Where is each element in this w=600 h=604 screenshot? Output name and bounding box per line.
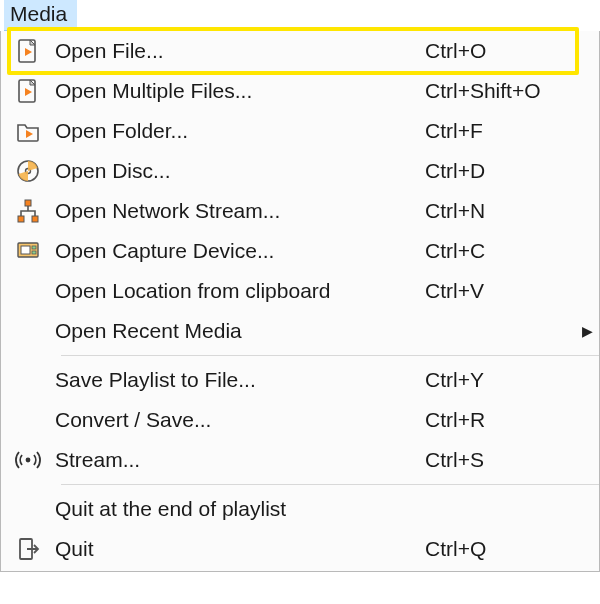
svg-point-11 bbox=[26, 458, 31, 463]
menu-item-open-disc[interactable]: Open Disc...Ctrl+D bbox=[1, 151, 599, 191]
menu-title[interactable]: Media bbox=[4, 0, 77, 31]
menu-item-shortcut: Ctrl+Shift+O bbox=[425, 79, 575, 103]
menu-item-open-multiple-files[interactable]: Open Multiple Files...Ctrl+Shift+O bbox=[1, 71, 599, 111]
svg-rect-6 bbox=[32, 216, 38, 222]
menu-item-shortcut: Ctrl+Y bbox=[425, 368, 575, 392]
menu-item-open-network-stream[interactable]: Open Network Stream...Ctrl+N bbox=[1, 191, 599, 231]
menu-item-label: Open Network Stream... bbox=[55, 199, 425, 223]
menu-item-save-playlist-to-file[interactable]: Save Playlist to File...Ctrl+Y bbox=[1, 360, 599, 400]
menu-item-label: Open Recent Media bbox=[55, 319, 425, 343]
menu-item-shortcut: Ctrl+R bbox=[425, 408, 575, 432]
menu-item-label: Quit at the end of playlist bbox=[55, 497, 425, 521]
menu-item-label: Open Folder... bbox=[55, 119, 425, 143]
svg-rect-4 bbox=[25, 200, 31, 206]
menu-separator bbox=[61, 484, 599, 485]
menu-separator bbox=[61, 355, 599, 356]
stream-icon bbox=[1, 447, 55, 473]
menu-item-convert-save[interactable]: Convert / Save...Ctrl+R bbox=[1, 400, 599, 440]
capture-icon bbox=[1, 238, 55, 264]
svg-rect-8 bbox=[21, 246, 30, 254]
menu-item-label: Open Multiple Files... bbox=[55, 79, 425, 103]
menu-item-shortcut: Ctrl+N bbox=[425, 199, 575, 223]
menu-item-open-file[interactable]: Open File...Ctrl+O bbox=[1, 31, 599, 71]
media-menu: Open File...Ctrl+O Open Multiple Files..… bbox=[0, 31, 600, 572]
menu-item-stream[interactable]: Stream...Ctrl+S bbox=[1, 440, 599, 480]
menu-item-label: Quit bbox=[55, 537, 425, 561]
disc-icon bbox=[1, 158, 55, 184]
menu-item-open-capture-device[interactable]: Open Capture Device...Ctrl+C bbox=[1, 231, 599, 271]
quit-icon bbox=[1, 536, 55, 562]
menu-item-shortcut: Ctrl+D bbox=[425, 159, 575, 183]
svg-rect-5 bbox=[18, 216, 24, 222]
menu-item-label: Open Disc... bbox=[55, 159, 425, 183]
folder-play-icon bbox=[1, 118, 55, 144]
menu-item-label: Save Playlist to File... bbox=[55, 368, 425, 392]
menu-item-shortcut: Ctrl+S bbox=[425, 448, 575, 472]
menu-item-label: Open Location from clipboard bbox=[55, 279, 425, 303]
svg-rect-10 bbox=[32, 251, 36, 254]
menu-item-label: Stream... bbox=[55, 448, 425, 472]
menu-item-shortcut: Ctrl+O bbox=[425, 39, 575, 63]
menu-item-label: Convert / Save... bbox=[55, 408, 425, 432]
menu-item-quit[interactable]: QuitCtrl+Q bbox=[1, 529, 599, 569]
menu-item-open-recent-media[interactable]: Open Recent Media▶ bbox=[1, 311, 599, 351]
submenu-arrow-icon: ▶ bbox=[575, 323, 599, 339]
menu-item-shortcut: Ctrl+V bbox=[425, 279, 575, 303]
menu-item-quit-at-the-end-of-playlist[interactable]: Quit at the end of playlist bbox=[1, 489, 599, 529]
menu-item-shortcut: Ctrl+F bbox=[425, 119, 575, 143]
file-play-icon bbox=[1, 38, 55, 64]
menu-item-shortcut: Ctrl+C bbox=[425, 239, 575, 263]
menu-item-label: Open File... bbox=[55, 39, 425, 63]
network-icon bbox=[1, 198, 55, 224]
menu-item-label: Open Capture Device... bbox=[55, 239, 425, 263]
menu-item-open-location-from-clipboard[interactable]: Open Location from clipboardCtrl+V bbox=[1, 271, 599, 311]
menu-item-open-folder[interactable]: Open Folder...Ctrl+F bbox=[1, 111, 599, 151]
menu-item-shortcut: Ctrl+Q bbox=[425, 537, 575, 561]
file-play-icon bbox=[1, 78, 55, 104]
svg-rect-9 bbox=[32, 246, 36, 249]
